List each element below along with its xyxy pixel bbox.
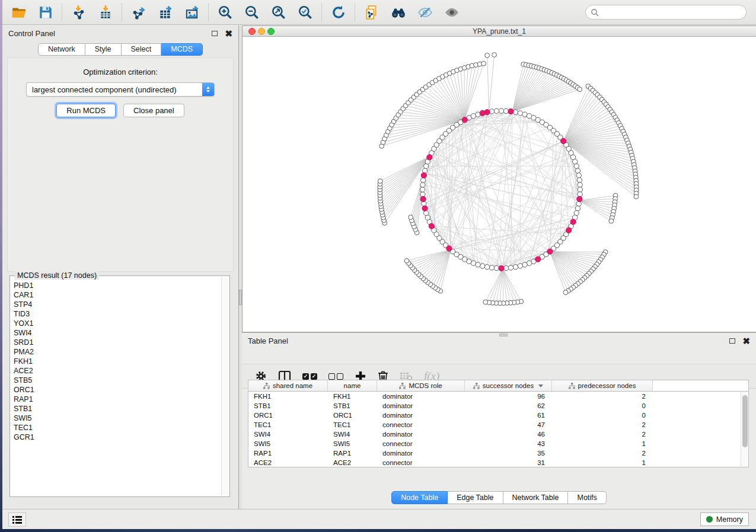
table-cell: 1 (552, 459, 653, 466)
table-row[interactable]: ACE2ACE2connector311 (248, 458, 741, 467)
select-stepper-icon (202, 83, 214, 96)
table-cell: STB1 (248, 402, 328, 409)
table-header-row: shared namenameMCDS rolesuccessor nodesp… (248, 380, 748, 392)
table-row[interactable]: FKH1FKH1dominator962 (248, 392, 741, 401)
mcds-result-item[interactable]: CAR1 (14, 290, 221, 300)
tab-mcds[interactable]: MCDS (161, 43, 203, 56)
column-label: predecessor nodes (578, 382, 636, 389)
deselect-all-icon[interactable] (328, 373, 343, 380)
table-scrollbar-thumb[interactable] (742, 395, 748, 447)
tab-style[interactable]: Style (85, 43, 122, 56)
table-tab-node-table[interactable]: Node Table (391, 491, 448, 504)
float-panel-icon[interactable] (212, 31, 218, 36)
mcds-result-item[interactable]: PMA2 (14, 347, 221, 357)
column-header-name[interactable]: name (328, 380, 377, 391)
close-panel-button[interactable]: Close panel (123, 104, 184, 117)
refresh-view-icon[interactable] (330, 4, 346, 20)
zoom-selected-icon[interactable] (297, 4, 313, 20)
import-network-icon[interactable] (71, 4, 87, 20)
save-session-icon[interactable] (37, 4, 53, 20)
float-table-panel-icon[interactable] (729, 338, 735, 344)
table-panel-grip[interactable] (499, 334, 508, 336)
mcds-result-item[interactable]: GCR1 (14, 432, 221, 442)
column-header-shared-name[interactable]: shared name (248, 380, 328, 391)
table-cell: 43 (465, 440, 552, 447)
table-cell: dominator (377, 402, 465, 409)
table-cell: 46 (465, 431, 552, 438)
mcds-result-item[interactable]: ORC1 (14, 385, 221, 395)
duplicate-network-icon[interactable] (363, 4, 379, 20)
mcds-result-item[interactable]: STB5 (14, 376, 221, 385)
table-cell: dominator (377, 393, 465, 400)
table-panel: Table Panel ✖ ✓✓ f(x) shared namenameMCD… (242, 332, 756, 509)
table-tab-network-table[interactable]: Network Table (503, 491, 569, 504)
table-row[interactable]: SWI5SWI5connector431 (248, 439, 741, 448)
table-cell: ACE2 (328, 459, 377, 466)
table-row[interactable]: ORC1ORC1dominator610 (248, 411, 741, 420)
table-cell: dominator (377, 450, 465, 457)
table-cell: 35 (465, 450, 552, 457)
table-row[interactable]: STB1STB1dominator620 (248, 401, 741, 411)
mcds-result-item[interactable]: PHD1 (14, 281, 221, 290)
mcds-result-item[interactable]: STP4 (14, 300, 221, 309)
table-cell: connector (377, 459, 465, 466)
mcds-list-scrollbar[interactable] (221, 277, 229, 496)
table-cell: 96 (465, 393, 552, 400)
view-group (355, 4, 468, 20)
table-cell: SWI5 (328, 440, 377, 447)
column-header-MCDS-role[interactable]: MCDS role (377, 380, 465, 391)
tasks-button[interactable] (8, 512, 26, 527)
memory-status-icon (706, 516, 713, 523)
network-canvas[interactable] (243, 37, 756, 332)
export-table-icon[interactable] (157, 4, 173, 20)
table-cell: 31 (465, 459, 552, 466)
table-row[interactable]: TEC1TEC1connector472 (248, 420, 741, 430)
table-cell: ACE2 (248, 459, 328, 466)
status-bar: Memory (2, 509, 756, 529)
network-graph[interactable] (243, 37, 756, 332)
table-tab-edge-table[interactable]: Edge Table (448, 491, 503, 504)
mcds-result-item[interactable]: YOX1 (14, 319, 221, 328)
memory-button[interactable]: Memory (700, 512, 749, 526)
first-neighbors-icon[interactable] (390, 4, 406, 20)
mcds-result-item[interactable]: FKH1 (14, 357, 221, 366)
hide-selected-icon[interactable] (417, 4, 433, 20)
table-row[interactable]: RAP1RAP1dominator352 (248, 448, 741, 458)
table-cell: 2 (552, 393, 653, 400)
mcds-result-item[interactable]: SWI5 (14, 414, 221, 423)
column-header-successor-nodes[interactable]: successor nodes (465, 380, 552, 391)
mcds-result-item[interactable]: SRD1 (14, 338, 221, 347)
table-cell: 62 (465, 402, 552, 409)
table-panel-title: Table Panel (248, 336, 288, 345)
close-table-panel-icon[interactable]: ✖ (742, 336, 750, 345)
table-cell: 2 (552, 431, 653, 438)
mcds-result-item[interactable]: RAP1 (14, 395, 221, 404)
zoom-in-icon[interactable] (217, 4, 233, 20)
tab-select[interactable]: Select (122, 43, 162, 56)
run-mcds-button[interactable]: Run MCDS (56, 104, 116, 117)
network-titlebar[interactable]: YPA_prune.txt_1 (243, 26, 756, 37)
mcds-result-item[interactable]: STB1 (14, 404, 221, 414)
tab-network[interactable]: Network (38, 43, 85, 56)
mcds-result-item[interactable]: TID3 (14, 309, 221, 319)
close-panel-icon[interactable]: ✖ (225, 29, 232, 38)
open-file-icon[interactable] (11, 4, 27, 20)
table-row[interactable]: SWI4SWI4dominator462 (248, 430, 741, 439)
column-header-predecessor-nodes[interactable]: predecessor nodes (552, 380, 653, 391)
node-table: shared namenameMCDS rolesuccessor nodesp… (248, 380, 749, 467)
show-all-icon[interactable] (444, 4, 460, 20)
zoom-fit-icon[interactable] (270, 4, 286, 20)
import-table-icon[interactable] (97, 4, 113, 20)
export-network-icon[interactable] (130, 4, 146, 20)
export-image-icon[interactable] (184, 4, 200, 20)
table-tab-motifs[interactable]: Motifs (568, 491, 606, 504)
zoom-out-icon[interactable] (244, 4, 260, 20)
criterion-select[interactable]: largest connected component (undirected) (26, 82, 215, 97)
mcds-result-item[interactable]: TEC1 (14, 423, 221, 432)
select-all-icon[interactable]: ✓✓ (302, 373, 317, 380)
mcds-result-item[interactable]: SWI4 (14, 328, 221, 338)
table-scrollbar[interactable] (741, 392, 748, 467)
table-cell: RAP1 (328, 450, 377, 457)
mcds-result-item[interactable]: ACE2 (14, 366, 221, 376)
search-input[interactable] (602, 7, 746, 18)
